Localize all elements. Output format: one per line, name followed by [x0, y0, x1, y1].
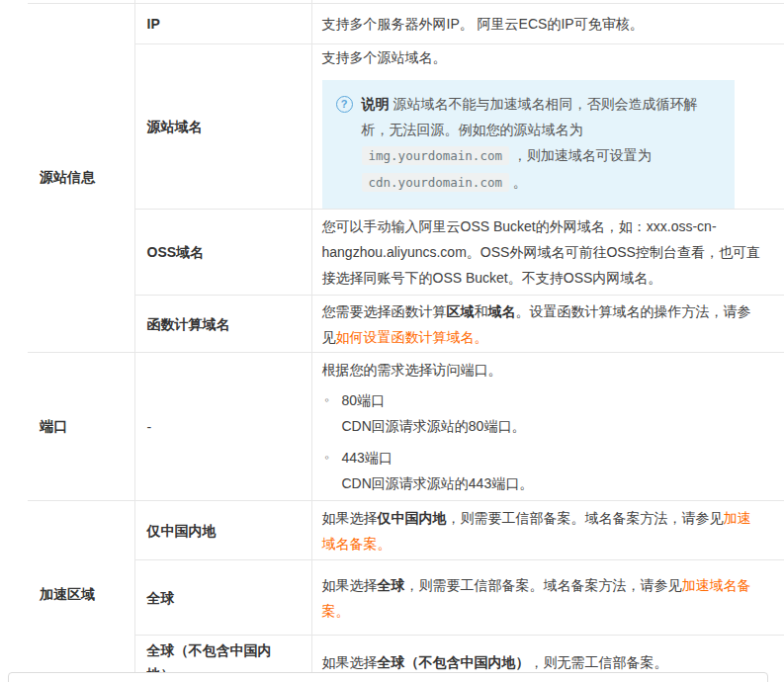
plain-text: ，则无需工信部备案。: [530, 654, 668, 670]
desc-cell-fc-domain: 您需要选择函数计算区域和域名。设置函数计算域名的操作方法，请参见如何设置函数计算…: [311, 296, 784, 353]
desc-cell-ip: 支持多个服务器外网IP。 阿里云ECS的IP可免审核。: [311, 4, 784, 44]
plain-text: 如果选择: [322, 510, 378, 526]
cropped-column-border-stub: [311, 0, 312, 4]
plain-text: 源站域名不能与加速域名相同，否则会造成循环解析，无法回源。例如您的源站域名为: [362, 96, 698, 137]
category-cell-origin-info: 源站信息: [28, 4, 134, 353]
plain-text: 。: [509, 174, 527, 190]
doc-table-container: 源站信息 IP 支持多个服务器外网IP。 阿里云ECS的IP可免审核。 源站域名…: [28, 3, 784, 682]
table-row: 函数计算域名 您需要选择函数计算区域和域名。设置函数计算域名的操作方法，请参见如…: [28, 296, 784, 353]
desc-cell-mainland-only: 如果选择仅中国内地，则需要工信部备案。域名备案方法，请参见加速域名备案。: [311, 501, 784, 560]
desc-cell-origin-domain: 支持多个源站域名。 ? 说明源站域名不能与加速域名相同，否则会造成循环解析，无法…: [311, 44, 784, 210]
param-cell-global: 全球: [134, 560, 311, 636]
code-chip: img.yourdomain.com: [362, 146, 509, 165]
port-list: 80端口 CDN回源请求源站的80端口。 443端口 CDN回源请求源站的443…: [322, 387, 761, 496]
next-section-card-edge: [8, 672, 768, 682]
table-row: 源站信息 IP 支持多个服务器外网IP。 阿里云ECS的IP可免审核。: [28, 4, 784, 44]
param-cell-fc-domain: 函数计算域名: [134, 296, 311, 353]
category-cell-accel-region: 加速区域: [28, 501, 134, 682]
table-row: 加速区域 仅中国内地 如果选择仅中国内地，则需要工信部备案。域名备案方法，请参见…: [28, 501, 784, 560]
param-cell-oss-domain: OSS域名: [134, 210, 311, 296]
bold-text: 仅中国内地: [378, 510, 447, 526]
code-chip: cdn.yourdomain.com: [362, 173, 509, 192]
list-item-port-443: 443端口 CDN回源请求源站的443端口。: [322, 445, 761, 496]
param-cell-port-dash: -: [134, 353, 311, 501]
plain-text: 如果选择: [322, 577, 378, 593]
desc-text: 您可以手动输入阿里云OSS Bucket的外网域名，如：xxx.oss-cn-h…: [322, 213, 761, 291]
param-cell-mainland-only: 仅中国内地: [134, 501, 311, 560]
list-item-sub: CDN回源请求源站的80端口。: [342, 413, 761, 439]
note-label: 说明: [362, 96, 390, 112]
bold-text: 全球: [378, 577, 405, 593]
desc-cell-port: 根据您的需求选择访问端口。 80端口 CDN回源请求源站的80端口。 443端口…: [311, 353, 784, 501]
desc-text: 您需要选择函数计算区域和域名。设置函数计算域名的操作方法，请参见如何设置函数计算…: [322, 298, 761, 350]
plain-text: 如果选择: [322, 654, 378, 670]
bold-text: 域名: [488, 303, 516, 319]
plain-text: ，则需要工信部备案。域名备案方法，请参见: [405, 577, 682, 593]
plain-text: 支持多个服务器外网IP。 阿里云ECS的IP可免审核。: [322, 16, 644, 32]
bold-text: 全球（不包含中国内地）: [378, 654, 530, 670]
plain-text: ，则加速域名可设置为: [509, 147, 652, 163]
desc-text: 如果选择全球，则需要工信部备案。域名备案方法，请参见加速域名备案。: [322, 572, 761, 624]
desc-text: 支持多个服务器外网IP。 阿里云ECS的IP可免审核。: [322, 11, 761, 37]
param-cell-ip: IP: [134, 4, 311, 44]
note-text: 源站域名不能与加速域名相同，否则会造成循环解析，无法回源。例如您的源站域名为 i…: [362, 96, 698, 190]
desc-cell-oss-domain: 您可以手动输入阿里云OSS Bucket的外网域名，如：xxx.oss-cn-h…: [311, 210, 784, 296]
desc-text: 根据您的需求选择访问端口。: [322, 357, 761, 383]
category-cell-port: 端口: [28, 353, 134, 501]
plain-text: 和: [475, 303, 488, 319]
plain-text: 您可以手动输入阿里云OSS Bucket的外网域名，如：xxx.oss-cn-h…: [322, 218, 760, 286]
desc-text: 如果选择仅中国内地，则需要工信部备案。域名备案方法，请参见加速域名备案。: [322, 505, 761, 556]
table-row: 端口 - 根据您的需求选择访问端口。 80端口 CDN回源请求源站的80端口。 …: [28, 353, 784, 501]
list-item-sub: CDN回源请求源站的443端口。: [342, 470, 761, 496]
cdn-params-table: 源站信息 IP 支持多个服务器外网IP。 阿里云ECS的IP可免审核。 源站域名…: [28, 3, 784, 682]
table-row: OSS域名 您可以手动输入阿里云OSS Bucket的外网域名，如：xxx.os…: [28, 210, 784, 296]
table-row: 源站域名 支持多个源站域名。 ? 说明源站域名不能与加速域名相同，否则会造成循环…: [28, 44, 784, 210]
desc-text: 如果选择全球（不包含中国内地），则无需工信部备案。: [322, 649, 761, 675]
param-cell-origin-domain: 源站域名: [134, 44, 311, 210]
bold-text: 区域: [447, 303, 475, 319]
plain-text: 您需要选择函数计算: [322, 303, 447, 319]
cropped-column-border-stub: [134, 0, 135, 4]
list-item-port-80: 80端口 CDN回源请求源站的80端口。: [322, 387, 761, 439]
note-box: ? 说明源站域名不能与加速域名相同，否则会造成循环解析，无法回源。例如您的源站域…: [322, 80, 736, 209]
doc-link[interactable]: 如何设置函数计算域名。: [336, 329, 488, 345]
note-body: 说明源站域名不能与加速域名相同，否则会造成循环解析，无法回源。例如您的源站域名为…: [362, 91, 720, 196]
desc-cell-global: 如果选择全球，则需要工信部备案。域名备案方法，请参见加速域名备案。: [311, 560, 784, 636]
list-item-title: 80端口: [342, 387, 761, 413]
help-icon: ?: [336, 96, 353, 113]
table-row: 全球 如果选择全球，则需要工信部备案。域名备案方法，请参见加速域名备案。: [28, 560, 784, 636]
plain-text: ，则需要工信部备案。域名备案方法，请参见: [447, 510, 724, 526]
list-item-title: 443端口: [342, 445, 761, 470]
desc-text: 支持多个源站域名。: [322, 44, 761, 70]
